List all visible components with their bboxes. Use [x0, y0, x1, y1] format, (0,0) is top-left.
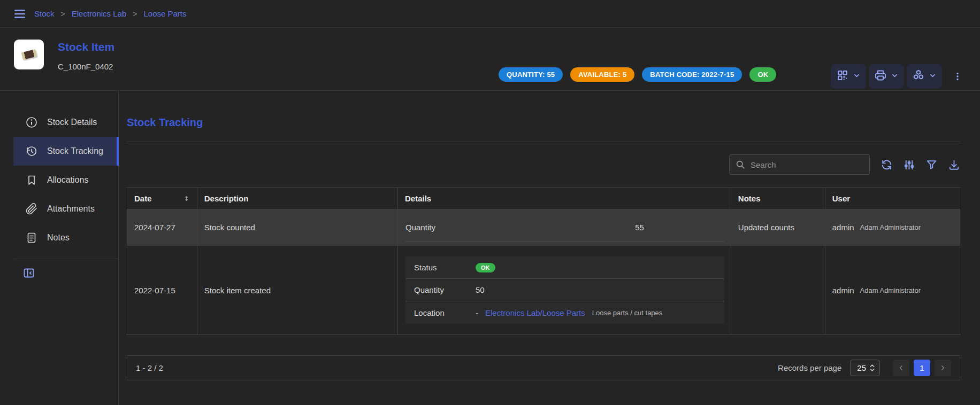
print-actions-button[interactable]	[869, 64, 904, 89]
chevron-down-icon	[891, 72, 899, 82]
detail-label: Location	[414, 308, 476, 317]
location-dash: -	[476, 308, 478, 317]
qr-code-icon	[836, 69, 849, 84]
date-cell: 2022-07-15	[127, 246, 197, 335]
breadcrumb-loose-parts[interactable]: Loose Parts	[143, 9, 186, 18]
capacitor-image	[21, 49, 37, 60]
sidebar-item-stock-details[interactable]: Stock Details	[13, 108, 118, 137]
details-cell: Quantity 55	[398, 209, 731, 246]
detail-label: Quantity	[405, 223, 435, 232]
notes-cell	[731, 246, 825, 335]
sidebar-item-label: Attachments	[47, 204, 95, 214]
adjustments-icon[interactable]	[903, 159, 915, 171]
batch-code-badge: BATCH CODE: 2022-7-15	[642, 67, 742, 82]
top-navigation-bar: Stock > Electronics Lab > Loose Parts	[0, 0, 980, 28]
hamburger-menu-icon[interactable]	[13, 7, 27, 21]
chevron-down-icon	[929, 72, 937, 82]
notes-icon	[25, 231, 38, 244]
panel-title: Stock Tracking	[127, 116, 960, 129]
status-badges: QUANTITY: 55 AVAILABLE: 5 BATCH CODE: 20…	[499, 67, 776, 82]
details-cell: Status OK Quantity 50 Location -	[398, 246, 731, 335]
sidebar-item-label: Notes	[47, 233, 70, 243]
breadcrumb-electronics-lab[interactable]: Electronics Lab	[72, 9, 127, 18]
table-footer: 1 - 2 / 2 Records per page 25 1	[127, 355, 960, 380]
panel-divider	[127, 142, 960, 142]
ok-status-badge: OK	[476, 263, 495, 272]
stock-operations-button[interactable]	[907, 64, 942, 89]
detail-row-location: Location - Electronics Lab/Loose Parts L…	[405, 301, 724, 324]
quantity-badge: QUANTITY: 55	[499, 67, 563, 82]
paperclip-icon	[25, 203, 38, 215]
part-thumbnail[interactable]	[14, 40, 44, 69]
column-header-description[interactable]: Description	[197, 188, 397, 209]
previous-page-button[interactable]	[893, 360, 909, 376]
available-badge: AVAILABLE: 5	[570, 67, 634, 82]
search-icon	[735, 159, 746, 170]
username: admin	[832, 286, 854, 295]
records-per-page-select[interactable]: 25	[850, 360, 880, 376]
sidebar-item-stock-tracking[interactable]: Stock Tracking	[13, 137, 119, 166]
sidebar-collapse-icon[interactable]	[22, 267, 35, 279]
breadcrumb-separator: >	[133, 10, 137, 18]
breadcrumb-stock[interactable]: Stock	[34, 9, 55, 18]
select-stepper-icon	[869, 364, 875, 372]
breadcrumb-separator: >	[61, 10, 65, 18]
sidebar-item-notes[interactable]: Notes	[13, 223, 118, 252]
notes-cell: Updated counts	[731, 209, 825, 246]
history-icon	[25, 145, 38, 158]
record-range-label: 1 - 2 / 2	[136, 363, 163, 372]
detail-label: Status	[414, 263, 476, 272]
page-1-button[interactable]: 1	[914, 360, 930, 376]
stock-tracking-panel: Stock Tracking	[119, 91, 980, 405]
records-per-page-label: Records per page	[778, 363, 841, 372]
ok-status-badge: OK	[749, 67, 776, 82]
description-cell: Stock item created	[197, 246, 397, 335]
next-page-button[interactable]	[935, 360, 951, 376]
location-link[interactable]: Electronics Lab/Loose Parts	[485, 308, 585, 317]
location-description: Loose parts / cut tapes	[592, 309, 663, 317]
breadcrumb: Stock > Electronics Lab > Loose Parts	[34, 9, 187, 18]
column-header-user: User	[825, 188, 960, 209]
header-action-buttons	[831, 64, 967, 89]
user-cell: admin Adam Administrator	[825, 209, 960, 246]
packages-icon	[912, 69, 925, 84]
page-title: Stock Item	[58, 41, 114, 53]
part-name: C_100nF_0402	[58, 62, 114, 71]
sort-icon[interactable]	[183, 194, 190, 203]
user-fullname: Adam Administrator	[860, 286, 921, 294]
barcode-actions-button[interactable]	[831, 64, 866, 89]
sidebar-item-label: Stock Tracking	[47, 146, 103, 156]
detail-row-quantity: Quantity 50	[405, 279, 724, 301]
table-toolbar	[127, 154, 960, 175]
sidebar-item-label: Stock Details	[47, 118, 97, 127]
sidebar-item-attachments[interactable]: Attachments	[13, 194, 118, 223]
table-row-stock-item-created[interactable]: 2022-07-15 Stock item created Status OK …	[127, 246, 960, 335]
date-cell: 2024-07-27	[127, 209, 197, 246]
detail-label: Quantity	[414, 285, 476, 294]
user-fullname: Adam Administrator	[860, 223, 921, 231]
chevron-down-icon	[853, 72, 861, 82]
description-cell: Stock counted	[197, 209, 397, 246]
stock-item-sidebar: Stock Details Stock Tracking Allocations…	[0, 91, 119, 405]
detail-value: 55	[435, 223, 724, 232]
username: admin	[832, 223, 854, 232]
user-cell: admin Adam Administrator	[825, 246, 960, 335]
detail-value: 50	[476, 285, 485, 294]
more-options-menu-icon[interactable]	[948, 68, 967, 85]
column-header-notes: Notes	[731, 188, 825, 209]
stock-tracking-table: Date Description Details Notes User 20	[127, 187, 960, 335]
refresh-icon[interactable]	[881, 159, 893, 171]
filter-icon[interactable]	[925, 159, 938, 171]
sidebar-item-allocations[interactable]: Allocations	[13, 166, 118, 194]
download-icon[interactable]	[948, 159, 960, 171]
search-box[interactable]	[729, 154, 870, 175]
column-header-details: Details	[398, 188, 731, 209]
printer-icon	[874, 69, 887, 84]
table-row-stock-counted[interactable]: 2024-07-27 Stock counted Quantity 55 Upd…	[127, 209, 960, 246]
info-circle-icon	[25, 116, 38, 129]
bookmark-icon	[25, 174, 38, 186]
search-input[interactable]	[751, 160, 864, 169]
sidebar-item-label: Allocations	[47, 175, 88, 185]
pagination: 1	[893, 360, 951, 376]
column-header-date[interactable]: Date	[127, 188, 197, 209]
